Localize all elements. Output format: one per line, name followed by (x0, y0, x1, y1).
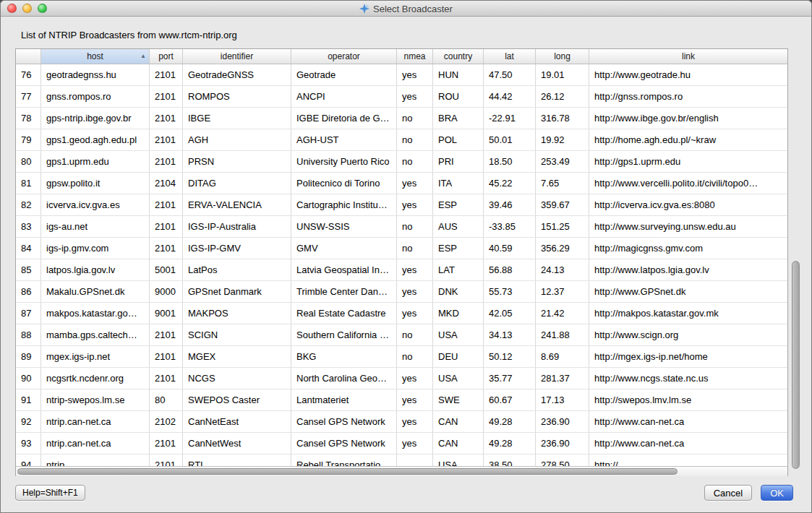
horizontal-scrollbar[interactable] (16, 466, 787, 476)
vertical-scrollbar[interactable] (792, 261, 800, 469)
horizontal-scrollbar-thumb[interactable] (17, 468, 678, 475)
table-row[interactable]: 91ntrip-swepos.lm.se80SWEPOS CasterLantm… (16, 389, 787, 411)
minimize-button[interactable] (22, 4, 32, 13)
column-header-long[interactable]: long (536, 49, 589, 64)
cell-nmea: yes (397, 411, 433, 432)
column-header-host[interactable]: host▲ (41, 49, 150, 64)
table-row[interactable]: 94ntrip…2101RTI…Rebell Transportatio…USA… (16, 454, 787, 466)
table-row[interactable]: 82icverva.icv.gva.es2101ERVA-VALENCIACar… (16, 194, 787, 216)
cell-port: 2101 (150, 324, 183, 345)
cell-country: USA (433, 454, 484, 466)
cell-long: 7.65 (536, 173, 589, 194)
table-row[interactable]: 85latpos.lgia.gov.lv5001LatPosLatvia Geo… (16, 259, 787, 281)
cell-operator: Southern California … (291, 324, 397, 345)
column-header-nmea[interactable]: nmea (397, 49, 433, 64)
column-header-country[interactable]: country (433, 49, 484, 64)
table-row[interactable]: 81gpsw.polito.it2104DITAGPolitecnico di … (16, 173, 787, 194)
cell-country: AUS (433, 216, 484, 237)
select-broadcaster-window: Select Broadcaster List of NTRIP Broadca… (0, 0, 812, 513)
cell-operator: Lantmateriet (291, 389, 397, 410)
cell-identifier: ROMPOS (183, 86, 291, 107)
cell-num: 84 (16, 238, 41, 259)
column-header-num[interactable] (16, 49, 41, 64)
cell-long: 8.69 (536, 346, 589, 367)
cell-country: ROU (433, 86, 484, 107)
cell-link: http://icverva.icv.gva.es:8080 (589, 194, 787, 215)
column-label: identifier (221, 51, 253, 61)
cell-lat: 45.22 (484, 173, 536, 194)
table-row[interactable]: 78gps-ntrip.ibge.gov.br2101IBGEIGBE Dire… (16, 108, 787, 129)
cell-num: 79 (16, 129, 41, 150)
cell-long: 278.50 (536, 454, 589, 466)
cell-identifier: DITAG (183, 173, 291, 194)
cell-num: 86 (16, 281, 41, 302)
cell-lat: 18.50 (484, 151, 536, 172)
table-row[interactable]: 88mamba.gps.caltech…2101SCIGNSouthern Ca… (16, 324, 787, 346)
table-row[interactable]: 79gps1.geod.agh.edu.pl2101AGHAGH-USTnoPO… (16, 129, 787, 151)
cell-nmea: yes (397, 281, 433, 302)
cell-num: 82 (16, 194, 41, 215)
cancel-button[interactable]: Cancel (704, 485, 752, 501)
cell-long: 26.12 (536, 86, 589, 107)
cell-port: 2101 (150, 108, 183, 129)
table-row[interactable]: 84igs-ip.gmv.com2101IGS-IP-GMVGMVnoESP40… (16, 238, 787, 259)
cell-identifier: SCIGN (183, 324, 291, 345)
cell-operator: UNSW-SSIS (291, 216, 397, 237)
cell-lat: -33.85 (484, 216, 536, 237)
cell-lat: 44.42 (484, 86, 536, 107)
table-row[interactable]: 90ncgsrtk.ncdenr.org2101NCGSNorth Caroli… (16, 368, 787, 389)
cell-identifier: IGS-IP-Australia (183, 216, 291, 237)
zoom-button[interactable] (38, 4, 47, 13)
column-header-link[interactable]: link (589, 49, 787, 64)
table-row[interactable]: 87makpos.katastar.go…9001MAKPOSReal Esta… (16, 303, 787, 324)
cell-lat: 49.28 (484, 433, 536, 454)
column-header-lat[interactable]: lat (484, 49, 536, 64)
cell-port: 2101 (150, 433, 183, 454)
ok-button[interactable]: OK (761, 485, 793, 501)
cell-host: ntrip.can-net.ca (41, 433, 150, 454)
cell-identifier: MAKPOS (183, 303, 291, 324)
table-row[interactable]: 86Makalu.GPSnet.dk9000GPSnet DanmarkTrim… (16, 281, 787, 303)
cell-country: HUN (433, 64, 484, 85)
column-header-identifier[interactable]: identifier (183, 49, 291, 64)
cell-operator: IGBE Diretoria de G… (291, 108, 397, 129)
cell-link: http://swepos.lmv.lm.se (589, 389, 787, 410)
cell-nmea: yes (397, 64, 433, 85)
cell-lat: 50.12 (484, 346, 536, 367)
cell-num: 93 (16, 433, 41, 454)
cell-host: gps-ntrip.ibge.gov.br (41, 108, 150, 129)
cell-port: 2101 (150, 454, 183, 466)
column-header-operator[interactable]: operator (291, 49, 397, 64)
table-row[interactable]: 83igs-au.net2101IGS-IP-AustraliaUNSW-SSI… (16, 216, 787, 238)
table-row[interactable]: 89mgex.igs-ip.net2101MGEXBKGnoDEU50.128.… (16, 346, 787, 368)
cell-port: 80 (150, 389, 183, 410)
cell-link: http://www.vercelli.polito.it/civili/top… (589, 173, 787, 194)
column-label: long (554, 51, 570, 61)
cell-country: DNK (433, 281, 484, 302)
cell-operator: Cansel GPS Network (291, 411, 397, 432)
table-row[interactable]: 77gnss.rompos.ro2101ROMPOSANCPIyesROU44.… (16, 86, 787, 108)
cell-link: http://www.GPSnet.dk (589, 281, 787, 302)
cell-link: http://… (589, 454, 787, 466)
cell-num: 76 (16, 64, 41, 85)
cell-host: ntrip… (41, 454, 150, 466)
cell-port: 5001 (150, 259, 183, 280)
cell-port: 2101 (150, 151, 183, 172)
cell-long: 19.92 (536, 129, 589, 150)
cell-lat: 35.77 (484, 368, 536, 389)
cell-operator: University Puerto Rico (291, 151, 397, 172)
close-button[interactable] (7, 4, 17, 13)
table-row[interactable]: 92ntrip.can-net.ca2102CanNetEastCansel G… (16, 411, 787, 433)
table-row[interactable]: 76geotradegnss.hu2101GeotradeGNSSGeotrad… (16, 64, 787, 86)
help-button[interactable]: Help=Shift+F1 (15, 485, 85, 501)
table-row[interactable]: 93ntrip.can-net.ca2101CanNetWestCansel G… (16, 433, 787, 454)
cell-num: 81 (16, 173, 41, 194)
cell-host: gnss.rompos.ro (41, 86, 150, 107)
broadcaster-table: host▲portidentifieroperatornmeacountryla… (15, 48, 788, 476)
table-body: 76geotradegnss.hu2101GeotradeGNSSGeotrad… (16, 64, 787, 466)
table-row[interactable]: 80gps1.uprm.edu2101PRSNUniversity Puerto… (16, 151, 787, 173)
column-label: nmea (403, 51, 425, 61)
column-header-port[interactable]: port (150, 49, 183, 64)
cell-operator: Geotrade (291, 64, 397, 85)
cell-link: http://www.can-net.ca (589, 411, 787, 432)
